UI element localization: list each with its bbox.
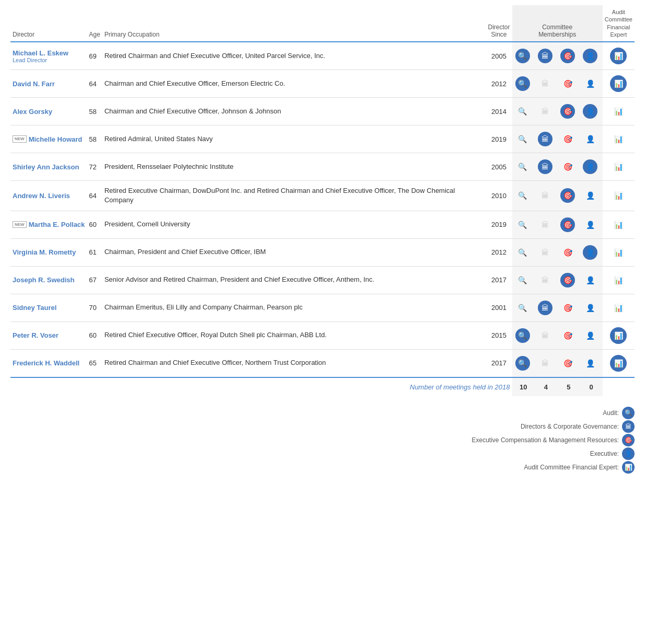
director-occupation: Retired Executive Chairman, DowDuPont In… <box>102 181 486 211</box>
committee-audit-cell: 🔍 <box>512 294 535 321</box>
audit-expert-icon: 📊 <box>610 355 627 372</box>
committee-executive-cell: 👤 <box>580 181 602 211</box>
table-row: Peter R. Voser60Retired Chief Executive … <box>10 321 635 349</box>
legend-audit-label: Audit: <box>603 407 619 419</box>
table-row: NEWMartha E. Pollack60President, Cornell… <box>10 211 635 238</box>
executive-icon: 👤 <box>583 76 597 91</box>
director-name[interactable]: Virginia M. Rometty <box>13 248 76 256</box>
audit-expert-icon-inactive: 📊 <box>610 244 627 261</box>
director-name-cell: Virginia M. Rometty <box>10 238 87 266</box>
header-audit-expert: AuditCommitteeFinancialExpert <box>603 5 635 42</box>
governance-icon: 🏛 <box>538 132 552 146</box>
director-occupation: Retired Admiral, United States Navy <box>102 125 486 153</box>
director-age: 61 <box>87 238 102 266</box>
audit-expert-icon-inactive: 📊 <box>610 131 627 147</box>
compensation-icon: 🎯 <box>560 356 575 371</box>
audit-expert-cell: 📊 <box>603 181 635 211</box>
committee-audit-cell: 🔍 <box>512 181 535 211</box>
committee-executive-cell: 👤 <box>580 321 602 349</box>
audit-expert-icon-inactive: 📊 <box>610 216 627 233</box>
table-row: NEWMichelle Howard58Retired Admiral, Uni… <box>10 125 635 153</box>
executive-icon: 👤 <box>583 301 597 315</box>
audit-expert-icon-inactive: 📊 <box>610 272 627 289</box>
director-name[interactable]: Peter R. Voser <box>13 331 59 339</box>
audit-expert-cell: 📊 <box>603 211 635 238</box>
committee-audit-cell: 🔍 <box>512 321 535 349</box>
legend-audit-expert-icon: 📊 <box>622 461 635 474</box>
compensation-icon: 🎯 <box>560 301 575 315</box>
director-name[interactable]: Shirley Ann Jackson <box>13 163 79 171</box>
audit-expert-icon-inactive: 📊 <box>610 187 627 204</box>
director-name-cell: Shirley Ann Jackson <box>10 153 87 181</box>
director-name[interactable]: Joseph R. Swedish <box>13 276 74 284</box>
director-name[interactable]: Alex Gorsky <box>13 108 52 116</box>
compensation-icon: 🎯 <box>560 273 575 288</box>
director-since: 2017 <box>486 266 512 294</box>
director-since: 2005 <box>486 153 512 181</box>
director-occupation: Chairman Emeritus, Eli Lilly and Company… <box>102 294 486 321</box>
table-row: Andrew N. Liveris64Retired Executive Cha… <box>10 181 635 211</box>
committee-governance-cell: 🏛 <box>535 321 557 349</box>
director-occupation: Chairman and Chief Executive Officer, Jo… <box>102 98 486 125</box>
director-age: 64 <box>87 181 102 211</box>
director-age: 64 <box>87 70 102 98</box>
legend-section: Audit: 🔍 Directors & Corporate Governanc… <box>10 407 635 474</box>
executive-icon: 👤 <box>583 104 597 119</box>
director-name[interactable]: David N. Farr <box>13 80 55 88</box>
audit-icon: 🔍 <box>515 217 530 232</box>
committee-audit-cell: 🔍 <box>512 349 535 377</box>
committee-compensation-cell: 🎯 <box>557 349 580 377</box>
committee-governance-cell: 🏛 <box>535 125 557 153</box>
audit-icon: 🔍 <box>515 188 530 203</box>
committee-executive-cell: 👤 <box>580 294 602 321</box>
director-name[interactable]: Andrew N. Liveris <box>13 192 70 200</box>
director-age: 58 <box>87 125 102 153</box>
committee-audit-cell: 🔍 <box>512 98 535 125</box>
legend-audit-expert-label: Audit Committee Financial Expert: <box>524 461 619 474</box>
committee-executive-cell: 👤 <box>580 42 602 70</box>
director-name[interactable]: Frederick H. Waddell <box>13 359 79 367</box>
committee-audit-cell: 🔍 <box>512 238 535 266</box>
director-occupation: Retired Chairman and Chief Executive Off… <box>102 349 486 377</box>
director-name[interactable]: Michael L. Eskew <box>13 49 68 57</box>
director-since: 2019 <box>486 211 512 238</box>
audit-expert-icon-inactive: 📊 <box>610 158 627 175</box>
governance-icon: 🏛 <box>538 273 552 288</box>
audit-expert-cell: 📊 <box>603 266 635 294</box>
committee-compensation-cell: 🎯 <box>557 98 580 125</box>
governance-icon: 🏛 <box>538 104 552 119</box>
director-occupation: President, Rensselaer Polytechnic Instit… <box>102 153 486 181</box>
director-since: 2019 <box>486 125 512 153</box>
committee-audit-cell: 🔍 <box>512 211 535 238</box>
director-name-cell: Andrew N. Liveris <box>10 181 87 211</box>
audit-expert-icon: 📊 <box>610 75 627 92</box>
audit-icon: 🔍 <box>515 356 530 371</box>
committee-executive-cell: 👤 <box>580 238 602 266</box>
director-since: 2015 <box>486 321 512 349</box>
audit-expert-cell: 📊 <box>603 349 635 377</box>
audit-expert-cell: 📊 <box>603 125 635 153</box>
committee-governance-cell: 🏛 <box>535 349 557 377</box>
governance-icon: 🏛 <box>538 217 552 232</box>
governance-icon: 🏛 <box>538 245 552 260</box>
committee-audit-cell: 🔍 <box>512 70 535 98</box>
legend-audit-expert: Audit Committee Financial Expert: 📊 <box>10 461 635 474</box>
committee-audit-cell: 🔍 <box>512 153 535 181</box>
committee-executive-cell: 👤 <box>580 70 602 98</box>
director-since: 2017 <box>486 349 512 377</box>
director-name[interactable]: Michelle Howard <box>29 135 83 143</box>
director-name[interactable]: Martha E. Pollack <box>29 221 85 228</box>
committee-executive-cell: 👤 <box>580 125 602 153</box>
director-since: 2012 <box>486 238 512 266</box>
director-name-cell: Peter R. Voser <box>10 321 87 349</box>
director-since: 2012 <box>486 70 512 98</box>
director-age: 60 <box>87 321 102 349</box>
executive-icon: 👤 <box>583 49 597 63</box>
committee-executive-cell: 👤 <box>580 349 602 377</box>
director-name-cell: David N. Farr <box>10 70 87 98</box>
committee-audit-cell: 🔍 <box>512 125 535 153</box>
director-name[interactable]: Sidney Taurel <box>13 304 56 312</box>
header-occupation: Primary Occupation <box>102 5 486 42</box>
committee-compensation-cell: 🎯 <box>557 211 580 238</box>
governance-icon: 🏛 <box>538 159 552 174</box>
